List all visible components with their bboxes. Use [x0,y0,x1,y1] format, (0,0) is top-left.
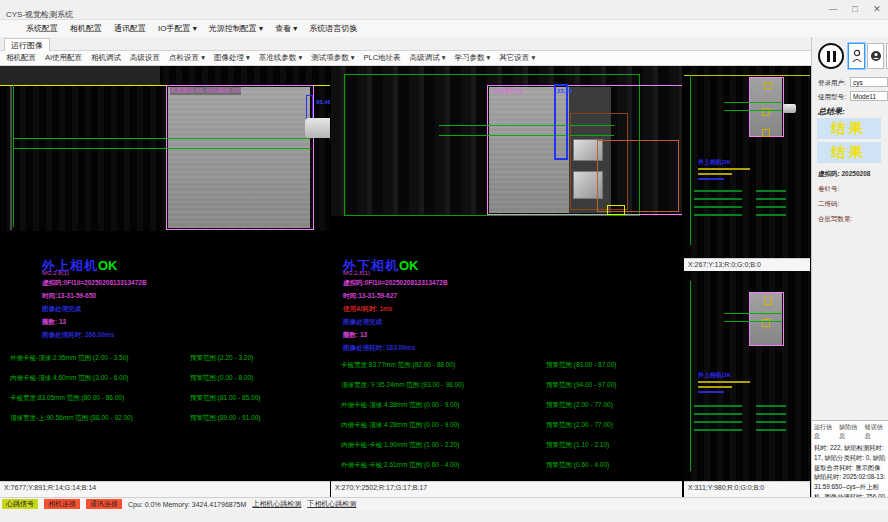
thumb-top-textline-2 [698,173,732,175]
tool-ai-use-config[interactable]: AI使用配置 [45,53,82,63]
left-elapsed-line: 图像处理耗时: 266.00ms [42,331,114,340]
statusbar: 心跳信号 相机连接 通讯连接 Cpu: 0.0% Memory: 3424.41… [0,497,888,510]
info-tab-defect[interactable]: 缺陷信息 [839,423,860,441]
close-icon[interactable]: ✕ [870,4,884,14]
info-panel: 运行信息 缺陷信息 错误信息 耗时: 222, 缺陷检测耗时: 17, 缺陷分类… [812,420,888,497]
menu-view[interactable]: 查看 ▾ [275,23,297,34]
thumb-bot-textline-3 [698,391,724,393]
middle-camera-view[interactable]: 23.80 AI检测区域 外下相机OK MG:2.8(1) 虚拟码:0FI1ii… [331,66,682,481]
thumb-top-measline-4 [756,198,786,200]
menu-camera-config[interactable]: 相机配置 [70,23,102,34]
mid-barcode-line: 虚拟码:0FI1ii=2025020813313472B [343,279,448,288]
thumb-top-yellow-line [684,75,810,76]
user-login-button[interactable] [848,43,865,69]
left-green-vline [13,85,14,227]
thumb-bot-measline-3 [694,413,742,415]
thumb-top-hline-1 [724,102,782,103]
tool-advanced-settings[interactable]: 高级设置 [130,53,160,63]
login-user-value[interactable]: cys [850,77,888,87]
mid-yellow-box [607,205,625,215]
tool-camera-debug[interactable]: 相机调试 [91,53,121,63]
thumb-bot-textline-2 [698,386,732,388]
left-time-line: 时间:13-31-59-650 [42,292,96,301]
thumb-top-measline-8 [756,214,786,216]
lower-camera-heartbeat-link[interactable]: 下相机心跳检测 [307,499,356,509]
mid-warn-5: 预警范围:(1.10 - 2.10) [546,441,609,450]
menu-system-config[interactable]: 系统配置 [26,23,58,34]
tool-other-settings[interactable]: 其它设置 ▾ [499,53,535,63]
heartbeat-badge: 心跳信号 [2,499,38,509]
tool-advanced-debug[interactable]: 高级调试 ▾ [410,53,446,63]
thumb-top-view[interactable]: 外上相机OK [684,66,810,258]
login-user-label: 登录用户: [818,79,846,88]
mid-done-line: 图像处理完成 [343,318,382,327]
tool-spot-check[interactable]: 点检设置 ▾ [169,53,205,63]
info-tab-error[interactable]: 错误信息 [865,423,886,441]
mid-ai-time-line: 使用AI耗时: 1ms [343,305,392,314]
window-title: CYS-视觉检测系统 [6,9,73,20]
thumb-top-yellow-box-1 [764,82,772,90]
model-label: 使用型号: [818,93,846,102]
upper-camera-heartbeat-link[interactable]: 上相机心跳检测 [252,499,301,509]
left-green-hline-2 [13,148,310,149]
result-box-2: 结果 [817,142,881,163]
left-warn-1: 预警范围:(2.20 - 3.20) [190,354,253,363]
tool-learn-params[interactable]: 学习参数 ▾ [454,53,490,63]
user-manage-button[interactable] [867,43,884,69]
tab-strip [0,37,888,51]
total-result-label: 总结果: [818,106,845,117]
thumb-bottom-view[interactable]: 外上相机OK [684,271,810,481]
virtual-code-text: 虚拟码: 20250208 [818,170,870,179]
menu-light-config[interactable]: 光源控制配置 ▾ [209,23,263,34]
thumb-bot-title: 外上相机OK [698,371,731,380]
window-controls: — □ ✕ [826,4,884,14]
mid-time-line: 时间:13-31-59-627 [343,292,397,301]
left-warn-2: 预警范围:(0.00 - 8.00) [190,374,253,383]
tool-image-processing[interactable]: 图像处理 ▾ [214,53,250,63]
left-connector-object [305,118,330,138]
left-camera-view[interactable]: 93.46 灰度阈值:93, 动态阈值:100 外上相机OK MG:2.8(1)… [0,66,330,481]
maximize-icon[interactable]: □ [848,4,862,14]
user-icon [852,49,862,63]
thumb-bot-measline-8 [756,429,786,431]
tool-plc-address[interactable]: PLC地址表 [364,53,401,63]
thumb-top-textline-1 [698,168,750,170]
menu-io-config[interactable]: IO手配置 ▾ [158,23,197,34]
left-threshold-overlay: 灰度阈值:93, 动态阈值:100 [170,86,241,95]
thumb-top-connector [783,104,796,113]
thumb-top-hline-2 [724,110,782,111]
thumb-bot-measline-7 [694,429,742,431]
menu-comm-config[interactable]: 通讯配置 [114,23,146,34]
toolbar: 相机配置 AI使用配置 相机调试 高级设置 点检设置 ▾ 图像处理 ▾ 基准线参… [0,51,888,66]
tool-camera-config[interactable]: 相机配置 [6,53,36,63]
result-box-1: 结果 [817,118,881,139]
needle-number-label: 卷针号: [818,185,839,194]
sidebar-button-row [848,43,888,69]
pause-button[interactable] [818,43,844,69]
thumb-bot-measline-1 [694,405,742,407]
left-meas-4: 顶缘宽度-上:90.56mm 范围:(88.00 - 92.00) [10,414,133,423]
menu-language-switch[interactable]: 系统语言切换 [309,23,357,34]
tab-run-image[interactable]: 运行图像 [4,38,50,51]
user-circle-icon [870,50,882,62]
left-camera-ok: OK [98,258,118,273]
pause-icon [827,51,830,62]
tool-baseline-params[interactable]: 基准线参数 ▾ [259,53,302,63]
thumb-bot-textline-1 [698,381,750,383]
thumb-top-coords-bar: X:267;Y:13;R:0;G:0;B:0 [684,258,810,271]
info-tab-run[interactable]: 运行信息 [814,423,835,441]
left-done-line: 图像处理完成 [42,305,81,314]
thumb-top-green-vline [690,75,691,245]
mid-meas-6: 外侧卡棱-卡棱:2.61mm 范围:(0.60 - 4.00) [341,461,459,470]
tool-test-params[interactable]: 测试项参数 ▾ [311,53,354,63]
info-tab-row: 运行信息 缺陷信息 错误信息 [814,423,886,441]
model-value[interactable]: Mode11 [850,91,888,101]
minimize-icon[interactable]: — [826,4,840,14]
thumb-bot-coords-bar: X:311;Y:980;R:0;G:0;B:0 [684,481,810,497]
left-green-hline-1 [13,138,310,139]
sidebar: 登录用户: cys 使用型号: Mode11 总结果: 结果 结果 虚拟码: 2… [811,37,888,497]
thumb-bot-hline-1 [724,313,782,314]
mid-warn-1: 预警范围:(83.00 - 87.00) [546,361,616,370]
left-rounds-line: 圈数: 13 [42,318,66,327]
thumb-bot-measline-4 [756,413,786,415]
